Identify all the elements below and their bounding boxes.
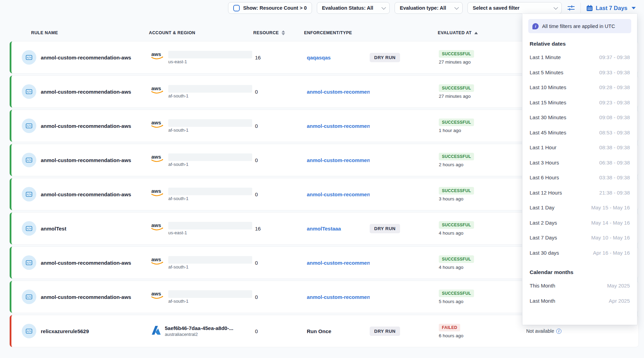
date-option-label: Last 2 Days [530, 220, 557, 226]
chevron-down-icon [455, 5, 459, 10]
enforcement-cell: qaqasqas DRY RUN [307, 53, 439, 62]
date-option[interactable]: Last 5 Minutes 09:33 - 09:38 [528, 65, 631, 80]
enforcement-link[interactable]: anmol-custom-recommen... [307, 294, 370, 300]
sort-ascending-icon [474, 32, 478, 34]
col-rule-name: RULE NAME [31, 30, 58, 35]
utc-note-banner: i All time filters are applied in UTC [528, 19, 631, 33]
date-option[interactable]: Last 3 Hours 06:38 - 09:38 [528, 155, 631, 170]
utc-note-text: All time filters are applied in UTC [542, 23, 615, 29]
saved-filter-select[interactable]: Select a saved filter [467, 2, 562, 14]
toolbar-divider [580, 3, 581, 13]
date-option-label: Last 15 Minutes [530, 100, 566, 105]
date-option-range: 09:23 - 09:38 [599, 100, 630, 105]
svg-text:aws: aws [151, 256, 161, 262]
date-option-label: Last 1 Day [530, 205, 555, 210]
enforcement-link[interactable]: anmol-custom-recommen... [307, 191, 370, 197]
not-available-label: Not available [526, 328, 554, 334]
enforcement-link[interactable]: Run Once [307, 328, 370, 334]
resource-count: 0 [255, 89, 307, 95]
date-range-button[interactable]: Last 7 Days [586, 3, 636, 13]
date-range-value: Last 7 Days [596, 5, 627, 11]
sort-icon[interactable] [282, 30, 285, 35]
account-region-cell: aws af-south-1 [150, 119, 255, 133]
date-option[interactable]: Last 45 Minutes 08:53 - 09:38 [528, 125, 631, 140]
enforcement-link[interactable]: anmol-custom-recommen... [307, 123, 370, 129]
enforcement-cell: anmol-custom-recommen... [307, 191, 439, 197]
enforcement-link[interactable]: anmol-custom-recommen... [307, 260, 370, 266]
date-option-label: Last 12 Hours [530, 190, 562, 196]
evaluated-time: 6 hours ago [439, 333, 463, 338]
col-resource[interactable]: RESOURCE [253, 30, 285, 35]
account-name [168, 188, 252, 195]
date-option[interactable]: Last 12 Hours 21:38 - 09:38 [528, 185, 631, 200]
region-label: af-south-1 [168, 93, 252, 98]
svg-text:</>: </> [27, 159, 31, 162]
status-badge: SUCCESSFUL [439, 290, 474, 297]
svg-text:</>: </> [27, 261, 31, 264]
date-option[interactable]: Last 7 Days May 10 - May 16 [528, 230, 631, 245]
date-option-label: Last 30 days [530, 250, 559, 256]
resource-count: 0 [255, 328, 307, 334]
date-option[interactable]: Last 1 Hour 08:38 - 09:38 [528, 140, 631, 155]
status-badge: SUCCESSFUL [439, 119, 474, 126]
enforcement-link[interactable]: anmol-custom-recommen... [307, 157, 370, 163]
evaluated-time: 5 hours ago [439, 299, 463, 304]
date-option[interactable]: Last 1 Minute 09:37 - 09:38 [528, 50, 631, 65]
evaluated-at-cell: SUCCESSFUL 3 hours ago [439, 187, 526, 201]
saved-filter-placeholder: Select a saved filter [473, 5, 519, 11]
evaluated-time: 4 hours ago [439, 265, 463, 270]
show-resource-count-checkbox[interactable] [233, 5, 240, 11]
region-label: af-south-1 [168, 162, 252, 167]
rule-name: anmolTest [41, 226, 150, 232]
rule-code-icon: </> [22, 187, 36, 201]
evaluated-time: 1 hour ago [439, 128, 461, 133]
evaluated-time: 3 hours ago [439, 196, 463, 201]
svg-text:</>: </> [27, 90, 31, 93]
aws-logo-icon: aws [150, 290, 165, 300]
svg-text:aws: aws [151, 120, 161, 125]
show-resource-count-filter[interactable]: Show: Resource Count > 0 [228, 2, 312, 14]
date-option-label: Last 7 Days [530, 235, 557, 241]
azure-logo-icon [150, 325, 161, 336]
col-enforcement-type: ENFORCEMENT/TYPE [304, 30, 352, 35]
date-option[interactable]: Last 1 Day May 15 - May 16 [528, 200, 631, 215]
evaluation-status-select[interactable]: Evaluation Status: All [317, 2, 390, 14]
date-option[interactable]: Last 30 Minutes 09:08 - 09:38 [528, 110, 631, 125]
status-badge: SUCCESSFUL [439, 187, 474, 195]
region-label: af-south-1 [168, 299, 252, 304]
date-option[interactable]: Last 2 Days May 14 - May 16 [528, 215, 631, 230]
date-range-dropdown: i All time filters are applied in UTC Re… [522, 14, 637, 325]
rule-code-icon: </> [22, 221, 36, 236]
date-option-range: 09:28 - 09:38 [599, 84, 630, 90]
resource-count: 0 [255, 123, 307, 129]
filter-sliders-icon[interactable] [567, 3, 576, 12]
evaluation-type-select[interactable]: Evaluation type: All [395, 2, 463, 14]
date-option[interactable]: Last 6 Hours 03:38 - 09:38 [528, 170, 631, 185]
date-option[interactable]: Last 30 days Apr 16 - May 16 [528, 245, 631, 261]
dry-run-badge: DRY RUN [370, 327, 400, 336]
date-option-label: Last Month [530, 298, 555, 304]
date-option-range: 08:38 - 09:38 [599, 144, 630, 150]
date-option[interactable]: Last 10 Minutes 09:28 - 09:38 [528, 80, 631, 95]
account-region-cell: 5aef6b46-7daa-45ea-a8d0-... australiacen… [150, 325, 255, 337]
info-icon[interactable]: i [556, 329, 561, 334]
col-evaluated-at[interactable]: EVALUATED AT [438, 30, 478, 35]
info-icon: i [532, 23, 539, 29]
status-badge: SUCCESSFUL [439, 50, 474, 58]
evaluated-time: 27 minutes ago [439, 59, 471, 65]
svg-text:</>: </> [27, 124, 31, 128]
date-option[interactable]: Last 15 Minutes 09:23 - 09:38 [528, 95, 631, 110]
status-badge: SUCCESSFUL [439, 255, 474, 263]
date-option-label: Last 30 Minutes [530, 114, 566, 120]
enforcement-link[interactable]: qaqasqas [307, 55, 370, 60]
enforcement-link[interactable]: anmolTestaaa [307, 226, 370, 232]
account-name [168, 119, 252, 127]
date-option[interactable]: This Month May 2025 [528, 278, 631, 293]
account-name [168, 222, 252, 229]
aws-logo-icon: aws [150, 119, 165, 129]
region-label: af-south-1 [168, 128, 252, 133]
enforcement-link[interactable]: anmol-custom-recommen... [307, 89, 370, 95]
rule-name: anmol-custom-recommendation-aws [41, 191, 150, 197]
date-option[interactable]: Last Month Apr 2025 [528, 293, 631, 309]
date-option-range: 09:08 - 09:38 [599, 114, 630, 120]
